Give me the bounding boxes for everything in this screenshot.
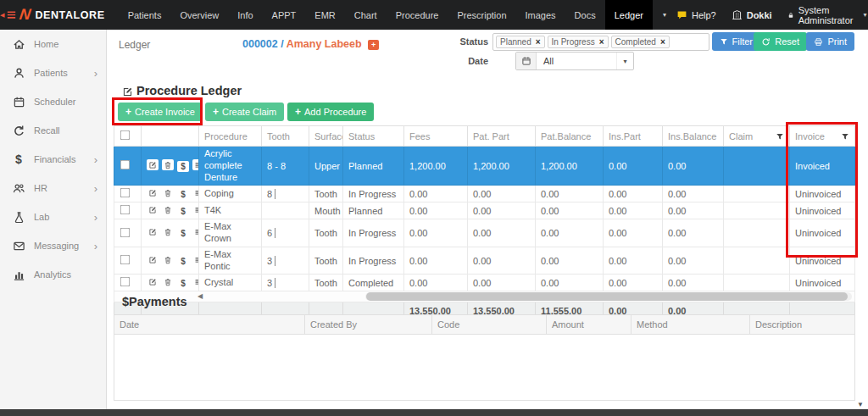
payment-icon[interactable]: $ <box>177 206 189 217</box>
create-claim-button[interactable]: + Create Claim <box>205 103 284 121</box>
scroll-left-arrow-icon[interactable]: ◀ <box>198 292 203 301</box>
chip-remove-icon[interactable]: × <box>599 37 604 47</box>
delete-icon[interactable] <box>162 277 174 288</box>
select-all-checkbox[interactable] <box>120 130 131 141</box>
scrollbar-thumb[interactable] <box>366 292 848 301</box>
user-menu[interactable]: System Administrator ▾ <box>787 5 867 25</box>
ledger-detail-icon[interactable] <box>192 205 198 216</box>
print-button[interactable]: Print <box>806 32 854 51</box>
nav-item-procedure[interactable]: Procedure <box>387 0 448 30</box>
delete-icon[interactable] <box>162 188 174 199</box>
ledger-detail-icon[interactable] <box>192 277 198 288</box>
row-checkbox[interactable] <box>120 160 131 170</box>
edit-icon[interactable] <box>147 159 159 170</box>
row-checkbox[interactable] <box>120 277 131 287</box>
col-fees[interactable]: Fees <box>404 126 468 147</box>
sidebar-item-patients[interactable]: Patients › <box>0 58 106 87</box>
edit-icon[interactable] <box>147 188 159 199</box>
col-status[interactable]: Status <box>343 126 404 147</box>
nav-item-appt[interactable]: APPT <box>263 0 306 30</box>
nav-more-caret[interactable]: ▾ <box>653 0 676 30</box>
table-row[interactable]: $ Coping 8 Tooth In Progress 0.00 0.00 0… <box>114 186 855 202</box>
row-checkbox[interactable] <box>120 188 131 198</box>
sidebar-item-analytics[interactable]: Analytics <box>0 260 106 289</box>
sidebar-item-recall[interactable]: Recall <box>0 116 106 145</box>
col-procedure[interactable]: Procedure <box>199 126 262 147</box>
col-date[interactable]: Date <box>114 315 305 335</box>
delete-icon[interactable] <box>162 227 174 238</box>
nav-item-images[interactable]: Images <box>516 0 565 30</box>
col-tooth[interactable]: Tooth <box>262 126 309 147</box>
date-filter-select[interactable]: All ▾ <box>515 52 634 70</box>
edit-icon[interactable] <box>147 227 159 238</box>
nav-item-emr[interactable]: EMR <box>305 0 344 30</box>
nav-item-docs[interactable]: Docs <box>565 0 605 30</box>
reset-button[interactable]: Reset <box>754 32 807 51</box>
patient-link[interactable]: 000002 / Amany Labeeb + <box>242 38 379 50</box>
table-row[interactable]: $ Crystal 3 Tooth Completed 0.00 0.00 0.… <box>114 275 855 291</box>
row-checkbox[interactable] <box>120 227 131 237</box>
payment-icon[interactable]: $ <box>177 256 189 267</box>
col-description[interactable]: Description <box>750 315 855 335</box>
sidebar-item-financials[interactable]: $ Financials › <box>0 145 106 174</box>
nav-item-ledger[interactable]: Ledger <box>605 0 653 30</box>
brand-logo[interactable]: N DENTALORE <box>18 0 118 30</box>
table-row[interactable]: $ E-Max Crown 6 Tooth In Progress 0.00 0… <box>114 219 855 247</box>
edit-section-icon <box>122 84 133 97</box>
ledger-detail-icon[interactable] <box>192 227 198 238</box>
payment-icon[interactable]: $ <box>177 161 189 172</box>
nav-item-patients[interactable]: Patients <box>119 0 171 30</box>
table-row[interactable]: $ T4K Mouth Planned 0.00 0.00 0.00 0.00 … <box>114 202 855 219</box>
col-claim[interactable]: Claim <box>724 126 790 147</box>
col-method[interactable]: Method <box>632 315 750 335</box>
scroll-down-caret-icon[interactable]: ▼ <box>857 401 864 408</box>
claim-filter-icon[interactable] <box>776 132 784 141</box>
col-created-by[interactable]: Created By <box>305 315 432 335</box>
edit-icon[interactable] <box>147 277 159 288</box>
col-amount[interactable]: Amount <box>547 315 632 335</box>
col-pat-part[interactable]: Pat. Part <box>468 126 536 147</box>
invoice-filter-icon[interactable] <box>841 132 849 141</box>
nav-item-info[interactable]: Info <box>228 0 262 30</box>
col-invoice[interactable]: Invoice <box>790 126 855 147</box>
sidebar-item-messaging[interactable]: Messaging › <box>0 231 106 260</box>
ledger-detail-icon[interactable] <box>192 188 198 199</box>
row-checkbox[interactable] <box>120 255 131 265</box>
delete-icon[interactable] <box>162 205 174 216</box>
chip-remove-icon[interactable]: × <box>536 37 541 47</box>
delete-icon[interactable] <box>162 159 174 170</box>
col-ins-part[interactable]: Ins.Part <box>604 126 663 147</box>
ledger-detail-icon[interactable] <box>192 159 198 170</box>
col-pat-balance[interactable]: Pat.Balance <box>536 126 604 147</box>
col-ins-balance[interactable]: Ins.Balance <box>663 126 724 147</box>
sidebar-item-lab[interactable]: Lab › <box>0 202 106 231</box>
nav-item-overview[interactable]: Overview <box>170 0 228 30</box>
table-row[interactable]: $ E-Max Pontic 3 Tooth In Progress 0.00 … <box>114 247 855 275</box>
edit-icon[interactable] <box>147 205 159 216</box>
ledger-detail-icon[interactable] <box>192 254 198 265</box>
help-link[interactable]: Help? <box>676 9 716 20</box>
horizontal-scrollbar[interactable]: ◀ <box>114 291 854 302</box>
branch-selector[interactable]: Dokki <box>732 9 772 20</box>
nav-item-chart[interactable]: Chart <box>345 0 387 30</box>
status-filter-input[interactable]: Planned × In Progress × Completed × <box>492 33 709 51</box>
add-procedure-button[interactable]: + Add Procedure <box>287 103 374 121</box>
delete-icon[interactable] <box>162 254 174 265</box>
col-surface[interactable]: Surface <box>309 126 343 147</box>
payment-icon[interactable]: $ <box>177 278 189 289</box>
sidebar-collapse-button[interactable]: ◀ <box>0 0 18 30</box>
col-code[interactable]: Code <box>432 315 547 335</box>
sidebar-item-scheduler[interactable]: Scheduler <box>0 87 106 116</box>
payment-icon[interactable]: $ <box>177 228 189 239</box>
payment-icon[interactable]: $ <box>177 189 189 200</box>
create-invoice-button[interactable]: + Create Invoice <box>118 103 203 121</box>
row-checkbox[interactable] <box>120 205 131 215</box>
scrollbar-track[interactable] <box>365 292 852 301</box>
sidebar-item-home[interactable]: Home <box>0 30 106 58</box>
table-row[interactable]: $ Acrylic complete Denture 8 - 8 Upper P… <box>114 147 855 186</box>
sidebar-item-hr[interactable]: HR › <box>0 174 106 202</box>
nav-item-prescription[interactable]: Prescription <box>448 0 515 30</box>
chip-remove-icon[interactable]: × <box>660 37 665 47</box>
patient-add-icon[interactable]: + <box>368 40 379 50</box>
edit-icon[interactable] <box>147 254 159 265</box>
